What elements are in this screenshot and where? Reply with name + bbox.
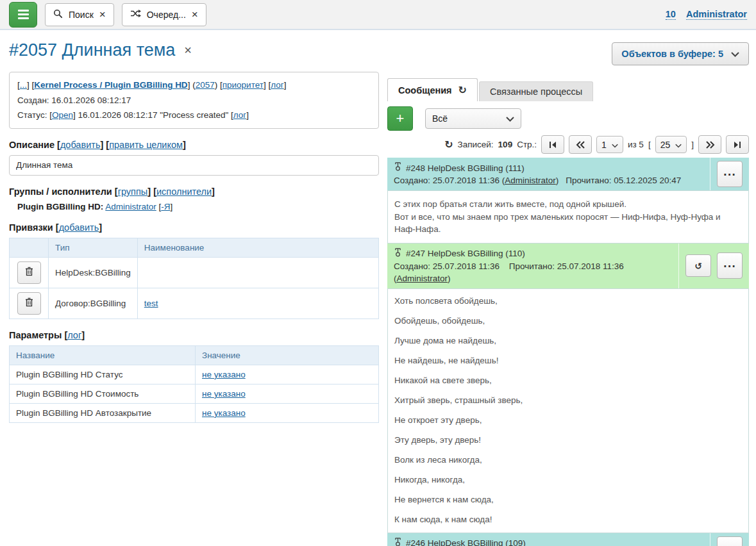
- message-header: #248 HelpDesk BGBilling (111)Создано: 25…: [387, 158, 749, 190]
- message: #248 HelpDesk BGBilling (111)Создано: 25…: [387, 158, 749, 244]
- tab-queue-label: Очеред...: [147, 10, 186, 20]
- parameter-name: Plugin BGBilling HD Стоимость: [10, 384, 196, 403]
- message-actions: ...: [710, 533, 749, 546]
- parameter-value-link[interactable]: не указано: [202, 408, 246, 418]
- message-author-link[interactable]: Administrator: [397, 274, 448, 283]
- close-icon[interactable]: ×: [192, 9, 198, 20]
- parameter-value: не указано: [196, 384, 379, 403]
- message-more-button[interactable]: ...: [717, 252, 743, 279]
- status-open-link-anchor[interactable]: Open: [52, 110, 73, 120]
- remove-me-link-anchor[interactable]: -Я: [161, 202, 170, 211]
- reply-icon: ↺: [694, 261, 702, 271]
- chevron-down-icon: [612, 140, 618, 150]
- menu-button[interactable]: [9, 2, 37, 28]
- pagination: ↻ Записей: 109 Стр.: 1 из 5 [ 25: [387, 135, 749, 154]
- add-message-button[interactable]: +: [387, 106, 413, 131]
- page-number-select[interactable]: 1: [596, 136, 623, 153]
- message-author-link[interactable]: Administrator: [505, 176, 556, 185]
- message-read-time: Прочитано: 25.07.2018 11:36: [509, 261, 624, 271]
- tab-queue[interactable]: Очеред... ×: [122, 3, 206, 26]
- parameter-value-link[interactable]: не указано: [202, 389, 246, 399]
- chevron-down-icon: [506, 113, 514, 124]
- parameters-log-link-anchor[interactable]: лог: [67, 330, 81, 340]
- process-type-link: [Kernel Process / Plugin BGBilling HD]: [32, 80, 190, 90]
- message-body-line: Никогда, никогда,: [394, 475, 742, 485]
- more-icon: ...: [723, 167, 736, 178]
- parameter-row: Plugin BGBilling HD Автозакрытиене указа…: [10, 403, 379, 422]
- tab-search[interactable]: Поиск ×: [45, 3, 114, 26]
- groups-heading: Группы / исполнители [группы] [исполните…: [9, 186, 379, 197]
- status-log-link-anchor[interactable]: лог: [233, 110, 246, 120]
- close-process-icon[interactable]: ×: [184, 43, 192, 58]
- refresh-icon[interactable]: ↻: [444, 138, 453, 151]
- bracket-close: ]: [691, 140, 694, 149]
- status-label: Статус:: [17, 110, 47, 120]
- bindings-col-type: Тип: [49, 238, 138, 257]
- message-body-line: Хитрый зверь, страшный зверь,: [394, 395, 742, 406]
- message-read-time: Прочитано: 05.12.2025 20:47: [566, 176, 681, 185]
- message-header: #246 HelpDesk BGBilling (109)Создано: 25…: [387, 533, 749, 546]
- parameters-col-value: Значение: [196, 345, 379, 365]
- message: #247 HelpDesk BGBilling (110)Создано: 25…: [387, 244, 749, 533]
- refresh-icon[interactable]: ↻: [458, 84, 467, 96]
- user-id-link[interactable]: 10: [666, 9, 676, 20]
- bindings-table-body: HelpDesk:BGBillingДоговор:BGBillingtest: [10, 257, 379, 318]
- executors-link: [исполнители]: [153, 186, 215, 197]
- tab-messages[interactable]: Сообщения ↻: [387, 78, 478, 101]
- bindings-heading: Привязки [добавить]: [9, 222, 379, 233]
- groups-link-anchor[interactable]: группы: [118, 186, 148, 197]
- next-page-button[interactable]: [698, 135, 721, 154]
- tab-related-processes[interactable]: Связанные процессы: [479, 81, 593, 101]
- page-title: #2057 Длинная тема: [9, 40, 175, 60]
- message-body-line: Вот и все, что мы знаем про трех маленьк…: [394, 211, 742, 236]
- page-size-select[interactable]: 25: [655, 136, 687, 153]
- priority-link-anchor[interactable]: приоритет: [223, 80, 264, 90]
- message-body-line: Эту дверь, эту дверь!: [394, 435, 742, 445]
- process-id-link-anchor[interactable]: 2057: [196, 80, 215, 90]
- priority-link: [приоритет]: [220, 80, 266, 90]
- executors-link-anchor[interactable]: исполнители: [156, 186, 212, 197]
- executor-row: Plugin BGBilling HD: Administrator [-Я]: [17, 202, 379, 211]
- message-body-line: Волк из леса никогда,: [394, 455, 742, 465]
- process-type-link-anchor[interactable]: Kernel Process / Plugin BGBilling HD: [34, 80, 187, 90]
- message-title: #246 HelpDesk BGBilling (109): [406, 537, 526, 546]
- first-page-button[interactable]: [541, 135, 564, 154]
- message-body: С этих пор братья стали жить вместе, под…: [387, 190, 749, 244]
- expand-link-anchor[interactable]: ...: [20, 80, 27, 90]
- message-more-button[interactable]: ...: [717, 536, 743, 546]
- message-more-button[interactable]: ...: [717, 161, 743, 187]
- prev-page-button[interactable]: [569, 135, 592, 154]
- close-icon[interactable]: ×: [99, 9, 106, 20]
- bindings-add-link-anchor[interactable]: добавить: [59, 222, 99, 233]
- delete-binding-button[interactable]: [17, 261, 41, 284]
- parameter-name: Plugin BGBilling HD Автозакрытие: [10, 403, 196, 422]
- user-name-link[interactable]: Administrator: [686, 9, 747, 20]
- description-add-link-anchor[interactable]: добавить: [60, 140, 101, 150]
- parameter-row: Plugin BGBilling HD Статусне указано: [10, 365, 379, 384]
- binding-name-link[interactable]: test: [144, 299, 158, 308]
- buffer-button[interactable]: Объектов в буфере: 5: [612, 42, 749, 65]
- message-body: Хоть полсвета обойдешь,Обойдешь, обойдеш…: [387, 288, 749, 533]
- message-body-line: Лучше дома не найдешь,: [394, 336, 742, 346]
- panel-tabs: Сообщения ↻ Связанные процессы: [387, 78, 749, 101]
- parameter-value: не указано: [196, 365, 379, 384]
- parameter-value-link[interactable]: не указано: [202, 370, 246, 379]
- created-line: Создан: 16.01.2026 08:12:17: [17, 93, 371, 108]
- records-label: Записей:: [458, 140, 494, 149]
- log-link-anchor[interactable]: лог: [271, 80, 283, 90]
- message-body-line: Не найдешь, не найдешь!: [394, 356, 742, 366]
- description-edit-link-anchor[interactable]: править целиком: [109, 140, 183, 150]
- message-body-line: Хоть полсвета обойдешь,: [394, 296, 742, 306]
- message-reply-button[interactable]: ↺: [685, 254, 711, 277]
- binding-name: [137, 257, 378, 288]
- binding-name: test: [137, 288, 378, 318]
- delete-binding-button[interactable]: [17, 292, 41, 315]
- message-filter-select[interactable]: Всё: [425, 108, 521, 129]
- pages-total-label: из 5: [628, 140, 644, 149]
- last-page-button[interactable]: [726, 135, 749, 154]
- message-body-line: Не откроет эту дверь,: [394, 415, 742, 426]
- message-type-icon: [394, 247, 402, 260]
- description-input[interactable]: [9, 155, 379, 176]
- executor-user-link[interactable]: Administrator: [105, 202, 156, 211]
- chevron-down-icon: [731, 49, 739, 59]
